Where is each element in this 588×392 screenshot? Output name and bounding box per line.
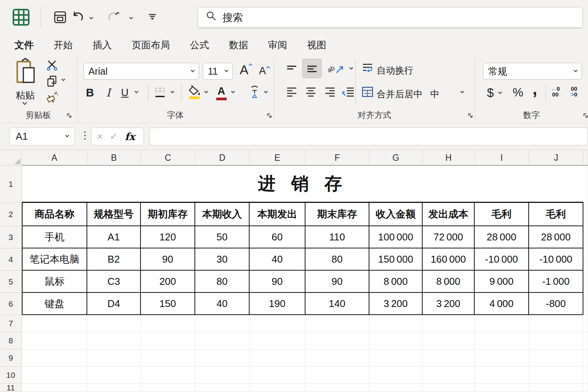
cell-D10[interactable]: [195, 367, 250, 384]
customize-toolbar-button[interactable]: [147, 12, 158, 22]
cell-D2[interactable]: 本期收入: [195, 203, 250, 226]
bold-button[interactable]: B: [83, 85, 97, 100]
cancel-icon[interactable]: ×: [97, 131, 103, 142]
cell-J10[interactable]: [529, 367, 583, 384]
cell-F11[interactable]: [305, 384, 369, 392]
cell-E3[interactable]: 60: [250, 226, 305, 248]
merge-center-chevron[interactable]: [461, 90, 464, 93]
column-header-C[interactable]: C: [141, 150, 195, 166]
column-header-G[interactable]: G: [369, 150, 423, 166]
cell-E6[interactable]: 190: [250, 293, 305, 315]
cell-J8[interactable]: [529, 332, 583, 350]
cell-H8[interactable]: [423, 332, 475, 350]
cell-B11[interactable]: [87, 384, 141, 392]
formula-input[interactable]: [149, 127, 588, 145]
underline-chevron[interactable]: [135, 90, 139, 93]
cell-H5[interactable]: 8 000: [423, 271, 475, 293]
cell-J4[interactable]: -10 000: [529, 248, 583, 271]
cell-partial-r5[interactable]: [583, 271, 588, 293]
row-header-10[interactable]: 10: [0, 367, 22, 384]
cell-I5[interactable]: 9 000: [475, 271, 529, 293]
row-header-11[interactable]: 11: [0, 384, 22, 392]
insert-function-icon[interactable]: fx: [125, 131, 135, 142]
cell-partial-r7[interactable]: [583, 315, 588, 332]
wrap-text-icon[interactable]: [361, 60, 374, 76]
comma-style-button[interactable]: ,: [530, 80, 539, 97]
paste-button[interactable]: [13, 57, 38, 88]
search-bar[interactable]: 搜索: [198, 7, 583, 28]
currency-button[interactable]: $: [485, 84, 496, 101]
column-header-E[interactable]: E: [250, 150, 305, 166]
cell-I3[interactable]: 28 000: [475, 226, 529, 248]
cell-E9[interactable]: [250, 350, 305, 367]
cell-H10[interactable]: [423, 367, 475, 384]
name-box[interactable]: A1: [9, 127, 75, 145]
cell-C8[interactable]: [141, 332, 195, 350]
redo-dropdown[interactable]: [127, 15, 135, 22]
tab-file[interactable]: 文件: [15, 39, 34, 51]
cell-F6[interactable]: 140: [305, 293, 369, 315]
align-left-button[interactable]: [284, 83, 299, 100]
cell-J5[interactable]: -1 000: [529, 271, 583, 293]
increase-decimal-button[interactable]: ←0 00: [551, 86, 560, 97]
select-all-button[interactable]: [0, 150, 22, 166]
cell-A4[interactable]: 笔记本电脑: [22, 248, 87, 271]
cell-G2[interactable]: 收入金额: [369, 203, 423, 226]
tab-data[interactable]: 数据: [229, 39, 248, 51]
redo-button[interactable]: [106, 9, 122, 25]
cell-A6[interactable]: 键盘: [22, 293, 87, 315]
cell-C6[interactable]: 150: [141, 293, 195, 315]
cell-B5[interactable]: C3: [87, 271, 141, 293]
cell-E7[interactable]: [250, 315, 305, 332]
italic-button[interactable]: I: [102, 85, 114, 100]
cell-C10[interactable]: [141, 367, 195, 384]
cell-I9[interactable]: [475, 350, 529, 367]
formula-bar-handle[interactable]: [84, 131, 86, 140]
cell-J11[interactable]: [529, 384, 583, 392]
wrap-text-label[interactable]: 自动换行: [377, 64, 413, 77]
tab-page-layout[interactable]: 页面布局: [132, 39, 170, 51]
cell-F8[interactable]: [305, 332, 369, 350]
cell-C7[interactable]: [141, 315, 195, 332]
cell-H2[interactable]: 发出成本: [423, 203, 475, 226]
column-header-B[interactable]: B: [87, 150, 141, 166]
cell-C11[interactable]: [141, 384, 195, 392]
phonetic-guide-button[interactable]: [248, 83, 261, 101]
cell-C5[interactable]: 200: [141, 271, 195, 293]
cell-E10[interactable]: [250, 367, 305, 384]
row-header-6[interactable]: 6: [0, 293, 22, 315]
tab-formulas[interactable]: 公式: [190, 39, 209, 51]
clipboard-dialog-launcher[interactable]: [66, 112, 72, 120]
orientation-chevron[interactable]: [350, 66, 353, 70]
font-color-button[interactable]: A: [213, 84, 229, 101]
cell-A7[interactable]: [22, 315, 87, 332]
cell-G10[interactable]: [369, 367, 423, 384]
cell-D11[interactable]: [195, 384, 250, 392]
cell-title-A1[interactable]: 进 销 存: [22, 166, 583, 203]
cell-B7[interactable]: [87, 315, 141, 332]
cell-H9[interactable]: [423, 350, 475, 367]
cell-partial-r2[interactable]: [583, 203, 588, 226]
tab-home[interactable]: 开始: [54, 39, 73, 51]
column-header-F[interactable]: F: [305, 150, 369, 166]
cell-F7[interactable]: [305, 315, 369, 332]
cell-E8[interactable]: [250, 332, 305, 350]
tab-view[interactable]: 视图: [307, 39, 326, 51]
cell-A3[interactable]: 手机: [22, 226, 87, 248]
decrease-decimal-button[interactable]: 00 >0: [571, 86, 577, 97]
column-header-H[interactable]: H: [423, 150, 475, 166]
cell-G9[interactable]: [369, 350, 423, 367]
cell-partial-r11[interactable]: [583, 384, 588, 392]
cell-C3[interactable]: 120: [141, 226, 195, 248]
align-middle-button[interactable]: [302, 59, 322, 78]
column-header-I[interactable]: I: [475, 150, 529, 166]
orientation-button[interactable]: ab: [325, 60, 347, 77]
cell-F4[interactable]: 80: [305, 248, 369, 271]
align-right-button[interactable]: [322, 83, 338, 100]
cell-D5[interactable]: 80: [195, 271, 250, 293]
font-name-combo[interactable]: Arial: [83, 63, 199, 80]
cell-H6[interactable]: 3 200: [423, 293, 475, 315]
cell-partial-r6[interactable]: [583, 293, 588, 315]
merge-center-icon[interactable]: [361, 84, 374, 100]
copy-dropdown-chevron[interactable]: [62, 77, 65, 81]
